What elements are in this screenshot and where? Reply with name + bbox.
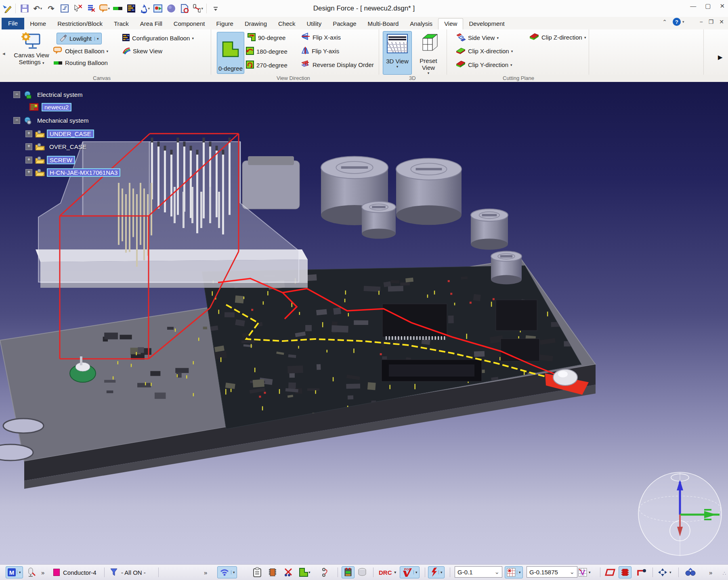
area-shape-button[interactable]: ▾: [299, 566, 311, 578]
clip-z-button[interactable]: Clip Z-direction▾: [529, 33, 586, 42]
tree-item-screw[interactable]: SCREW: [47, 156, 75, 164]
tab-restriction-block[interactable]: Restriction/Block: [52, 19, 108, 29]
3d-view-button[interactable]: 3D View ▾: [383, 31, 412, 75]
skew-view-button[interactable]: Skew View: [122, 46, 162, 56]
tree-item-electrical-system[interactable]: Electrical system: [35, 91, 85, 98]
maximize-button[interactable]: ▢: [705, 2, 711, 10]
ribbon-collapse-icon[interactable]: ⌃: [662, 19, 667, 25]
tab-home[interactable]: Home: [24, 19, 52, 29]
tab-view[interactable]: View: [438, 18, 463, 29]
doc-restore-button[interactable]: ❐: [709, 19, 714, 25]
tab-file[interactable]: File: [2, 18, 24, 29]
minimize-button[interactable]: —: [690, 2, 696, 10]
expand-expander[interactable]: +: [25, 157, 32, 163]
object-balloon-button[interactable]: Object Balloon▾: [53, 46, 108, 56]
database-icon[interactable]: [357, 566, 367, 578]
rotate-180-button[interactable]: 180-degree: [245, 46, 287, 57]
tree-item-connector[interactable]: H-CN-JAE-MX17061NA3: [47, 168, 120, 177]
component-select-button[interactable]: [619, 566, 631, 578]
tab-utility[interactable]: Utility: [301, 19, 327, 29]
tab-figure[interactable]: Figure: [210, 19, 239, 29]
tab-check[interactable]: Check: [273, 19, 301, 29]
clip-x-button[interactable]: Clip X-direction▾: [455, 46, 513, 56]
sphere-button[interactable]: [166, 3, 176, 14]
snap-mode-button[interactable]: ▾: [657, 566, 671, 578]
tab-multi-board[interactable]: Multi-Board: [362, 19, 405, 29]
tree-item-newecu2[interactable]: newecu2: [42, 103, 71, 111]
wireless-check-button[interactable]: ▾: [217, 566, 237, 578]
net-highlight-button[interactable]: ▾: [428, 566, 445, 578]
flip-x-button[interactable]: Flip X-axis: [301, 33, 341, 42]
overflow-chevron[interactable]: »: [41, 566, 44, 578]
expand-expander[interactable]: +: [25, 143, 32, 150]
mode-button[interactable]: M ▾: [6, 566, 23, 578]
balloon-button[interactable]: ▾: [99, 3, 110, 14]
configuration-list-button[interactable]: [126, 3, 136, 14]
route-mode-icon[interactable]: [321, 566, 333, 578]
lowlight-button[interactable]: Lowlight ▾: [57, 33, 102, 44]
side-view-button[interactable]: Side View▾: [455, 33, 499, 43]
delete-mode-button[interactable]: ✕: [72, 3, 83, 14]
routing-toggle-icon[interactable]: [112, 3, 123, 14]
probe-icon[interactable]: [27, 566, 36, 578]
grid-style-button[interactable]: ▾: [578, 566, 591, 578]
layer-filter-control[interactable]: - All ON -: [110, 566, 146, 578]
grid-toggle-button[interactable]: ▾: [505, 566, 523, 578]
cascade-window-button[interactable]: [59, 3, 70, 14]
tab-development[interactable]: Development: [463, 19, 510, 29]
quick-access-customize-button[interactable]: [210, 3, 221, 14]
plane-mode-icon[interactable]: [605, 566, 616, 578]
tree-item-over-case[interactable]: OVER_CASE: [47, 143, 89, 151]
configuration-balloon-button[interactable]: Configuration Balloon▾: [122, 34, 194, 43]
flip-y-button[interactable]: Flip Y-axis: [301, 46, 339, 56]
pos-check-button[interactable]: POS ▾: [400, 566, 420, 578]
delete-list-button[interactable]: ✕: [86, 3, 97, 14]
trace-corner-icon[interactable]: [636, 566, 647, 578]
tab-package[interactable]: Package: [327, 19, 362, 29]
close-button[interactable]: ✕: [720, 2, 725, 10]
image-view-button[interactable]: [152, 3, 163, 14]
collapse-expander[interactable]: −: [13, 91, 20, 98]
expand-expander[interactable]: +: [25, 130, 32, 137]
clip-y-button[interactable]: Clip Y-direction▾: [455, 60, 512, 69]
drc-button[interactable]: DRC▾: [379, 566, 396, 578]
undo-button[interactable]: ↶▾: [32, 3, 43, 14]
tab-component[interactable]: Component: [168, 19, 211, 29]
help-button[interactable]: ?▾: [673, 18, 684, 26]
canvas-view-settings-button[interactable]: Canvas View Settings ▾: [10, 32, 52, 65]
component-icon[interactable]: [268, 566, 277, 578]
cut-net-icon[interactable]: [283, 566, 294, 578]
tab-area-fill[interactable]: Area Fill: [134, 19, 168, 29]
lowlight-dropdown[interactable]: ▾: [94, 37, 99, 41]
tab-analysis[interactable]: Analysis: [404, 19, 438, 29]
overflow-chevron[interactable]: »: [709, 566, 712, 578]
component-mount-button[interactable]: [342, 566, 355, 578]
rotate-0-button[interactable]: 0-degree: [217, 32, 244, 74]
tree-item-under-case[interactable]: UNDER_CASE: [47, 130, 94, 138]
page-link-button[interactable]: [179, 3, 190, 14]
preset-view-button[interactable]: Preset View ▾: [413, 31, 444, 74]
save-button[interactable]: [19, 3, 30, 14]
tab-track[interactable]: Track: [108, 19, 134, 29]
group-scroll-left-icon[interactable]: ◂: [2, 50, 5, 57]
redo-button[interactable]: ↷: [46, 3, 57, 14]
tab-drawing[interactable]: Drawing: [239, 19, 273, 29]
overflow-chevron[interactable]: »: [204, 566, 207, 578]
3d-viewport[interactable]: − Electrical system newecu2 − Mechanical…: [0, 82, 728, 564]
rotate-270-button[interactable]: 270-degree: [245, 60, 287, 70]
resize-grip[interactable]: ∴: [723, 570, 727, 576]
tree-item-mechanical-system[interactable]: Mechanical system: [35, 117, 91, 124]
net-topology-button[interactable]: ▾: [192, 3, 203, 14]
active-layer-indicator[interactable]: Conductor-4: [53, 566, 97, 578]
3d-view-dropdown[interactable]: ▾: [397, 65, 399, 69]
reverse-display-order-button[interactable]: Reverse Display Order: [301, 60, 374, 69]
grid-size-select-2[interactable]: G-0.15875⌄: [527, 566, 577, 578]
microscope-button[interactable]: ▾: [139, 3, 150, 14]
grid-size-select-1[interactable]: G-0.1⌄: [455, 566, 502, 578]
doc-minimize-button[interactable]: −: [700, 19, 703, 25]
collapse-expander[interactable]: −: [13, 117, 20, 124]
rotate-90-button[interactable]: 90-degree: [247, 33, 285, 43]
search-binoculars-icon[interactable]: [685, 566, 696, 578]
expand-expander[interactable]: +: [25, 169, 32, 176]
routing-balloon-button[interactable]: Routing Balloon: [53, 59, 108, 66]
